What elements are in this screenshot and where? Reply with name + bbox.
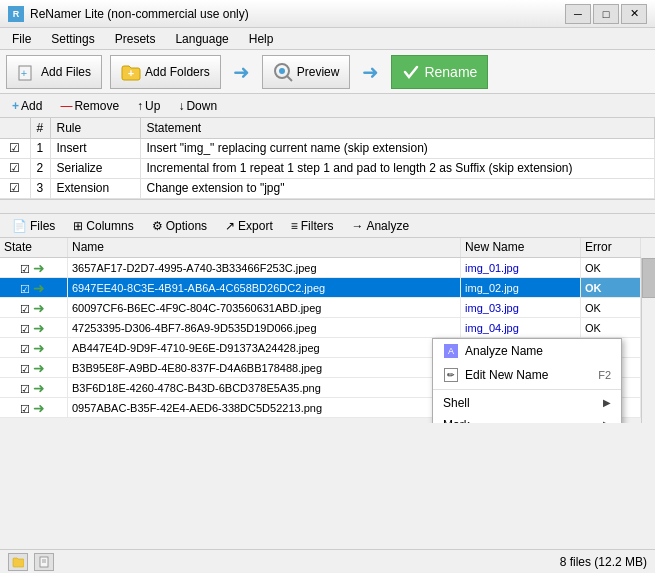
rules-col-rule: Rule [50, 118, 140, 138]
vertical-scrollbar[interactable] [641, 258, 655, 423]
rule-stmt-2: Incremental from 1 repeat 1 step 1 and p… [140, 158, 655, 178]
file-error-1: OK [581, 278, 641, 298]
rule-row[interactable]: ☑ 1 Insert Insert "img_" replacing curre… [0, 138, 655, 158]
file-tabs: 📄 Files ⊞ Columns ⚙ Options ↗ Export ≡ F… [0, 214, 655, 238]
arrow-2-icon: ➜ [358, 60, 383, 84]
tab-files[interactable]: 📄 Files [4, 218, 63, 234]
rule-num-3: 3 [30, 178, 50, 198]
menu-help[interactable]: Help [241, 30, 282, 48]
green-arrow-icon: ➜ [32, 320, 46, 334]
status-icon-2[interactable] [34, 553, 54, 571]
file-name-2: 60097CF6-B6EC-4F9C-804C-703560631ABD.jpe… [67, 298, 460, 318]
arrow-1-icon: ➜ [229, 60, 254, 84]
col-newname: New Name [461, 238, 581, 258]
add-rule-button[interactable]: + Add [4, 98, 50, 114]
preview-button[interactable]: Preview [262, 55, 351, 89]
files-section: State Name New Name Error ☑➜3657AF17-D2D… [0, 238, 655, 423]
file-name-4: AB447E4D-9D9F-4710-9E6E-D91373A24428.jpe… [67, 338, 460, 358]
rule-num-2: 2 [30, 158, 50, 178]
file-newname-3: img_04.jpg [461, 318, 581, 338]
down-icon: ↓ [178, 99, 184, 113]
rule-stmt-3: Change extension to "jpg" [140, 178, 655, 198]
menu-settings[interactable]: Settings [43, 30, 102, 48]
close-button[interactable]: ✕ [621, 4, 647, 24]
up-icon: ↑ [137, 99, 143, 113]
status-icons [8, 553, 54, 571]
file-row[interactable]: ☑➜60097CF6-B6EC-4F9C-804C-703560631ABD.j… [0, 298, 641, 318]
col-error: Error [581, 238, 641, 258]
green-arrow-icon: ➜ [32, 280, 46, 294]
rule-row[interactable]: ☑ 2 Serialize Incremental from 1 repeat … [0, 158, 655, 178]
scrollbar-thumb[interactable] [642, 258, 655, 298]
toolbar: + Add Files + Add Folders ➜ Preview ➜ Re… [0, 50, 655, 94]
file-state-7: ☑➜ [0, 398, 67, 418]
context-menu: A Analyze Name ✏ Edit New Name F2 Shell … [432, 338, 622, 423]
rule-checkbox-2[interactable]: ☑ [0, 158, 30, 178]
rule-num-1: 1 [30, 138, 50, 158]
file-status-icon [38, 556, 50, 568]
rule-checkbox-1[interactable]: ☑ [0, 138, 30, 158]
add-files-icon: + [17, 62, 37, 82]
ctx-shell[interactable]: Shell ▶ [433, 392, 621, 414]
ctx-analyze-name[interactable]: A Analyze Name [433, 339, 621, 363]
analyze-name-icon: A [443, 343, 459, 359]
tab-options[interactable]: ⚙ Options [144, 218, 215, 234]
tab-export[interactable]: ↗ Export [217, 218, 281, 234]
tab-filters[interactable]: ≡ Filters [283, 218, 342, 234]
file-row[interactable]: ☑➜6947EE40-8C3E-4B91-AB6A-4C658BD26DC2.j… [0, 278, 641, 298]
edit-new-name-icon: ✏ [443, 367, 459, 383]
tab-columns[interactable]: ⊞ Columns [65, 218, 141, 234]
file-name-1: 6947EE40-8C3E-4B91-AB6A-4C658BD26DC2.jpe… [67, 278, 460, 298]
minimize-button[interactable]: ─ [565, 4, 591, 24]
green-arrow-icon: ➜ [32, 400, 46, 414]
columns-icon: ⊞ [73, 219, 83, 233]
rule-name-2: Serialize [50, 158, 140, 178]
rule-name-3: Extension [50, 178, 140, 198]
file-name-0: 3657AF17-D2D7-4995-A740-3B33466F253C.jpe… [67, 258, 460, 278]
app-icon: R [8, 6, 24, 22]
files-icon: 📄 [12, 219, 27, 233]
down-rule-button[interactable]: ↓ Down [170, 98, 225, 114]
remove-rule-button[interactable]: — Remove [52, 98, 127, 114]
status-icon-1[interactable] [8, 553, 28, 571]
rename-check-icon [402, 63, 420, 81]
rules-section: # Rule Statement ☑ 1 Insert Insert "img_… [0, 118, 655, 214]
title-bar: R ReNamer Lite (non-commercial use only)… [0, 0, 655, 28]
file-row[interactable]: ☑➜47253395-D306-4BF7-86A9-9D535D19D066.j… [0, 318, 641, 338]
title-controls: ─ □ ✕ [565, 4, 647, 24]
green-arrow-icon: ➜ [32, 300, 46, 314]
rule-row[interactable]: ☑ 3 Extension Change extension to "jpg" [0, 178, 655, 198]
add-folders-button[interactable]: + Add Folders [110, 55, 221, 89]
tab-analyze[interactable]: → Analyze [343, 218, 417, 234]
rules-scrollbar[interactable] [0, 199, 655, 213]
file-name-3: 47253395-D306-4BF7-86A9-9D535D19D066.jpe… [67, 318, 460, 338]
rule-stmt-1: Insert "img_" replacing current name (sk… [140, 138, 655, 158]
analyze-icon: → [351, 219, 363, 233]
rules-col-check [0, 118, 30, 138]
menu-presets[interactable]: Presets [107, 30, 164, 48]
up-rule-button[interactable]: ↑ Up [129, 98, 168, 114]
title-bar-left: R ReNamer Lite (non-commercial use only) [8, 6, 249, 22]
ctx-separator-1 [433, 389, 621, 390]
rename-button[interactable]: Rename [391, 55, 488, 89]
menu-language[interactable]: Language [167, 30, 236, 48]
export-icon: ↗ [225, 219, 235, 233]
rule-name-1: Insert [50, 138, 140, 158]
green-arrow-icon: ➜ [32, 340, 46, 354]
file-state-6: ☑➜ [0, 378, 67, 398]
filters-icon: ≡ [291, 219, 298, 233]
preview-icon [273, 62, 293, 82]
ctx-edit-new-name[interactable]: ✏ Edit New Name F2 [433, 363, 621, 387]
mark-submenu-icon: ▶ [603, 419, 611, 423]
rules-table: # Rule Statement ☑ 1 Insert Insert "img_… [0, 118, 655, 199]
ctx-mark[interactable]: Mark ▶ [433, 414, 621, 423]
rule-checkbox-3[interactable]: ☑ [0, 178, 30, 198]
file-newname-2: img_03.jpg [461, 298, 581, 318]
file-row[interactable]: ☑➜3657AF17-D2D7-4995-A740-3B33466F253C.j… [0, 258, 641, 278]
add-files-button[interactable]: + Add Files [6, 55, 102, 89]
menu-file[interactable]: File [4, 30, 39, 48]
remove-icon: — [60, 99, 72, 113]
maximize-button[interactable]: □ [593, 4, 619, 24]
file-state-1: ☑➜ [0, 278, 67, 298]
folder-status-icon [12, 556, 24, 568]
